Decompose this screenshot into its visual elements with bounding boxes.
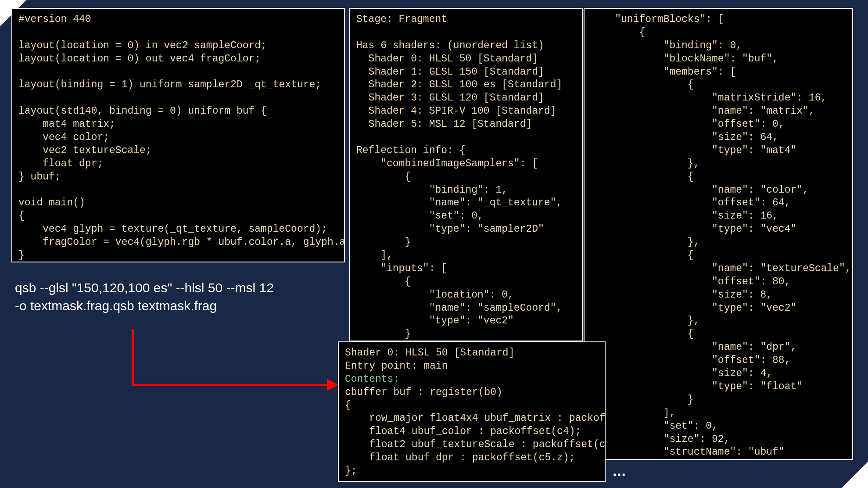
code-panel-uniform-blocks: "uniformBlocks": [ { "binding": 0, "bloc… — [584, 8, 853, 460]
ellipsis-text: … — [612, 463, 626, 479]
code-panel-stage-info: Stage: Fragment Has 6 shaders: (unordere… — [349, 8, 583, 341]
arrow-horizontal — [132, 384, 329, 386]
corner-decoration-bottom-right — [842, 462, 868, 488]
arrow-icon — [132, 329, 338, 399]
hlsl-body: cbuffer buf : register(b0) { row_major f… — [345, 387, 606, 482]
hlsl-contents-label: Contents: — [345, 373, 399, 385]
command-line-1: qsb --glsl "150,120,100 es" --hlsl 50 --… — [15, 279, 331, 297]
hlsl-header: Shader 0: HLSL 50 [Standard] Entry point… — [345, 347, 514, 372]
slide-container: #version 440 layout(location = 0) in vec… — [0, 0, 868, 488]
arrow-head-icon — [327, 379, 338, 391]
code-panel-glsl-source: #version 440 layout(location = 0) in vec… — [11, 8, 345, 262]
command-text: qsb --glsl "150,120,100 es" --hlsl 50 --… — [15, 279, 331, 315]
command-line-2: -o textmask.frag.qsb textmask.frag — [15, 297, 331, 315]
code-panel-hlsl-output: Shader 0: HLSL 50 [Standard] Entry point… — [338, 341, 606, 482]
arrow-vertical — [132, 329, 134, 386]
